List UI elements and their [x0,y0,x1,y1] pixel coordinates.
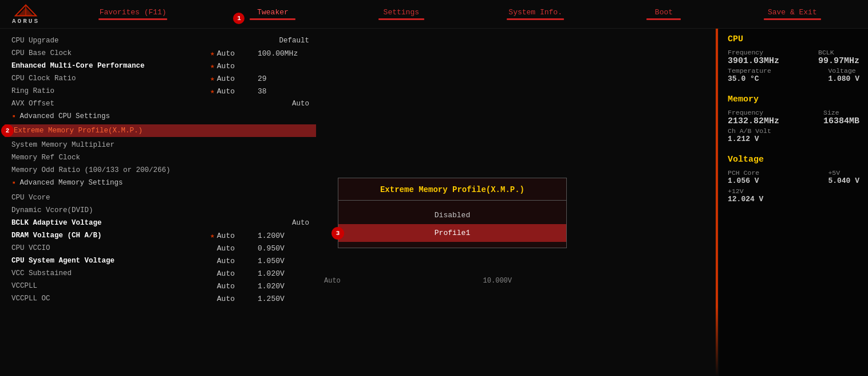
top-nav: AORUS Favorites (F11) 1 Tweaker Settings… [0,0,868,29]
plus5v-value: 5.040 V [828,177,859,185]
setting-cpu-clock-ratio: CPU Clock Ratio ★Auto 29 [11,72,309,85]
label-advanced-memory: Advanced Memory Settings [19,179,123,187]
value-ring-ratio: 38 [258,87,309,96]
label-dynamic-vcore: Dynamic Vcore(DVID) [11,206,93,214]
nav-underline-sysinfo [507,18,564,20]
label-enhanced-multicore: Enhanced Multi-Core Performance [11,62,145,70]
plus12v-value: 12.024 V [728,195,859,203]
nav-underline-favorites [98,18,167,20]
dropdown-popup[interactable]: Extreme Memory Profile(X.M.P.) Disabled … [338,178,567,248]
setting-avx-offset: AVX Offset Auto [11,97,309,110]
nav-item-tweaker[interactable]: 1 Tweaker [241,8,304,20]
label-advanced-cpu: Advanced CPU Settings [19,112,110,120]
plus12v-label: +12V [728,187,859,195]
setting-mem-ref-clock: Memory Ref Clock [11,151,309,164]
pch-core-label: PCH Core [728,169,759,177]
dropdown-title: Extreme Memory Profile(X.M.P.) [338,178,566,201]
label-dram-voltage: DRAM Voltage (CH A/B) [11,232,102,240]
plus5v-label: +5V [828,169,859,177]
nav-item-sysinfo[interactable]: System Info. [498,8,573,20]
cpu-voltage-value: 1.080 V [828,75,859,83]
logo: AORUS [6,2,46,27]
cpu-info-section: CPU Frequency 3901.03MHz BCLK 99.97MHz T… [728,34,859,83]
setting-dram-voltage: DRAM Voltage (CH A/B) ★Auto 1.200V [11,229,309,242]
label-mem-ref-clock: Memory Ref Clock [11,154,80,162]
center-values [600,34,703,47]
star-icon-4: ★ [210,87,215,96]
section-advanced-cpu: ▪ Advanced CPU Settings [11,110,309,123]
value-vccpll: 1.020V [258,282,309,291]
cpu-title: CPU [728,34,859,44]
setting-cpu-vcore: CPU Vcore [11,191,309,204]
dropdown-options: Disabled 3 Profile1 [338,201,566,248]
value-cpu-base-clock: 100.00MHz [258,49,309,58]
label-sys-mem-mult: System Memory Multiplier [11,141,115,149]
mem-size-label: Size [823,109,859,116]
setting-xmp[interactable]: 2 Extreme Memory Profile(X.M.P.) [5,124,316,137]
xmp-badge: 2 [1,124,14,137]
label-avx-offset: AVX Offset [11,100,54,108]
setting-vcc-sustained: VCC Substained Auto 1.020V [11,267,309,280]
section-marker-icon: ▪ [11,112,16,121]
section-marker-2-icon: ▪ [11,178,16,187]
voltage-info-section: Voltage PCH Core 1.056 V +5V 5.040 V +12… [728,155,859,203]
cpu-temp-value: 35.0 °C [728,75,771,83]
label-vcc-sustained: VCC Substained [11,269,72,277]
cpu-bclk-value: 99.97MHz [818,56,859,66]
label-cpu-vcore: CPU Vcore [11,194,50,202]
value-dram-voltage: 1.200V [258,232,309,240]
tweaker-badge: 1 [233,13,244,24]
nav-item-favorites[interactable]: Favorites (F11) [90,8,176,20]
dropdown-option-profile1[interactable]: Profile1 [338,224,566,242]
label-vccpll-oc: VCCPLL OC [11,295,50,303]
mem-size-value: 16384MB [823,116,859,126]
nav-underline-boot [646,18,681,20]
memory-title: Memory [728,95,859,104]
nav-item-boot[interactable]: Boot [638,8,689,20]
left-panel: CPU Upgrade Default CPU Base Clock ★Auto… [0,29,321,376]
value-vccpll-oc: 1.250V [258,295,309,303]
setting-ring-ratio: Ring Ratio ★Auto 38 [11,85,309,97]
nav-underline-tweaker [250,18,295,20]
nav-item-settings[interactable]: Settings [370,8,433,20]
nav-underline-settings [378,18,424,20]
memory-info-section: Memory Frequency 2132.82MHz Size 16384MB… [728,95,859,143]
setting-bclk-adaptive: BCLK Adaptive Voltage Auto [11,217,309,229]
setting-cpu-base-clock: CPU Base Clock ★Auto 100.00MHz [11,47,309,60]
cpu-bclk-label: BCLK [818,49,859,56]
value-cpu-vccio: 0.950V [258,244,309,253]
pch-core-value: 1.056 V [728,177,759,185]
mem-freq-label: Frequency [728,109,779,116]
nav-underline-saveexit [764,18,821,20]
cpu-freq-value: 3901.03MHz [728,56,779,66]
dropdown-option-disabled[interactable]: Disabled [338,206,566,224]
value-cpu-sys-agent: 1.050V [258,257,309,265]
value-avx-offset: Auto [252,100,309,108]
star-icon: ★ [210,49,215,58]
logo-text: AORUS [12,18,40,25]
label-xmp: Extreme Memory Profile(X.M.P.) [8,127,143,135]
nav-items: Favorites (F11) 1 Tweaker Settings Syste… [57,8,862,20]
cpu-temp-label: Temperature [728,67,771,75]
setting-dynamic-vcore: Dynamic Vcore(DVID) [11,204,309,217]
setting-cpu-vccio: CPU VCCIO Auto 0.950V [11,242,309,254]
main-layout: CPU Upgrade Default CPU Base Clock ★Auto… [0,29,868,376]
label-cpu-base-clock: CPU Base Clock [11,49,72,57]
setting-enhanced-multicore: Enhanced Multi-Core Performance ★Auto [11,60,309,72]
voltage-title: Voltage [728,155,859,164]
value-cpu-upgrade: Default [252,37,309,45]
vertical-divider [716,29,718,376]
center-panel: Extreme Memory Profile(X.M.P.) Disabled … [321,29,715,376]
nav-item-saveexit[interactable]: Save & Exit [755,8,830,20]
star-icon-5: ★ [210,232,215,240]
star-icon-2: ★ [210,62,215,70]
label-cpu-sys-agent: CPU System Agent Voltage [11,257,115,265]
bottom-center-values: Auto 10.000V [321,275,515,287]
label-mem-odd-ratio: Memory Odd Ratio (100/133 or 200/266) [11,166,171,174]
label-bclk-adaptive: BCLK Adaptive Voltage [11,219,102,227]
setting-mem-odd-ratio: Memory Odd Ratio (100/133 or 200/266) [11,164,309,177]
mem-chab-value: 1.212 V [728,135,859,143]
label-cpu-upgrade: CPU Upgrade [11,37,59,45]
setting-sys-mem-mult: System Memory Multiplier [11,139,309,151]
label-ring-ratio: Ring Ratio [11,87,54,95]
